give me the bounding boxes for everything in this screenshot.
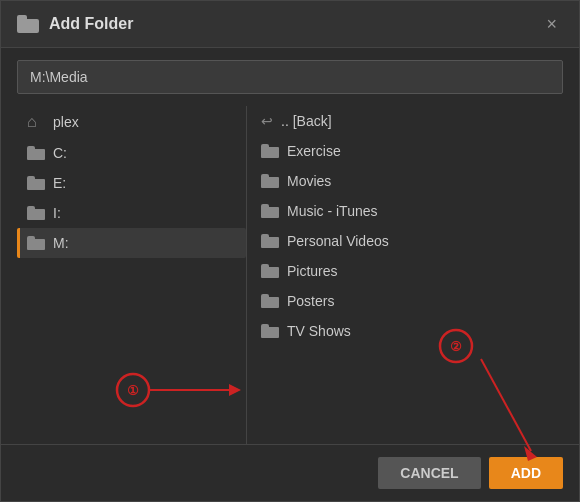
item-label: TV Shows — [287, 323, 351, 339]
item-label: Exercise — [287, 143, 341, 159]
add-folder-dialog: Add Folder × M:\Media plex C: E: I: — [0, 0, 580, 502]
dialog-footer: CANCEL ADD — [1, 444, 579, 501]
right-panel: ↩ .. [Back] Exercise Movies Music - iTun… — [247, 106, 563, 444]
list-item[interactable]: Exercise — [251, 136, 563, 166]
list-item[interactable]: plex — [17, 106, 246, 138]
list-item-music-itunes[interactable]: Music - iTunes — [251, 196, 563, 226]
folder-icon — [261, 234, 279, 248]
dialog-header: Add Folder × — [1, 1, 579, 48]
folder-icon — [27, 176, 45, 190]
home-icon — [27, 113, 45, 131]
add-button[interactable]: ADD — [489, 457, 563, 489]
folder-icon — [261, 144, 279, 158]
back-icon: ↩ — [261, 113, 273, 129]
list-item[interactable]: TV Shows — [251, 316, 563, 346]
list-item[interactable]: Movies — [251, 166, 563, 196]
title-area: Add Folder — [17, 15, 133, 33]
panels-container: plex C: E: I: M: ↩ .. [B — [17, 106, 563, 444]
list-item[interactable]: C: — [17, 138, 246, 168]
item-label: I: — [53, 205, 61, 221]
folder-icon — [27, 146, 45, 160]
list-item-selected[interactable]: M: — [17, 228, 246, 258]
folder-icon — [261, 324, 279, 338]
list-item[interactable]: Personal Videos — [251, 226, 563, 256]
list-item[interactable]: I: — [17, 198, 246, 228]
item-label: E: — [53, 175, 66, 191]
folder-icon — [261, 264, 279, 278]
left-panel: plex C: E: I: M: — [17, 106, 247, 444]
folder-icon — [261, 294, 279, 308]
item-label: .. [Back] — [281, 113, 332, 129]
folder-icon — [261, 204, 279, 218]
folder-icon — [27, 236, 45, 250]
list-item[interactable]: Posters — [251, 286, 563, 316]
close-button[interactable]: × — [540, 13, 563, 35]
item-label: Pictures — [287, 263, 338, 279]
path-bar[interactable]: M:\Media — [17, 60, 563, 94]
cancel-button[interactable]: CANCEL — [378, 457, 480, 489]
item-label: Music - iTunes — [287, 203, 378, 219]
item-label: M: — [53, 235, 69, 251]
list-item[interactable]: ↩ .. [Back] — [251, 106, 563, 136]
item-label: plex — [53, 114, 79, 130]
item-label: C: — [53, 145, 67, 161]
folder-icon — [261, 174, 279, 188]
dialog-title: Add Folder — [49, 15, 133, 33]
item-label: Movies — [287, 173, 331, 189]
list-item[interactable]: E: — [17, 168, 246, 198]
folder-icon — [27, 206, 45, 220]
folder-header-icon — [17, 15, 39, 33]
item-label: Personal Videos — [287, 233, 389, 249]
item-label: Posters — [287, 293, 334, 309]
list-item[interactable]: Pictures — [251, 256, 563, 286]
